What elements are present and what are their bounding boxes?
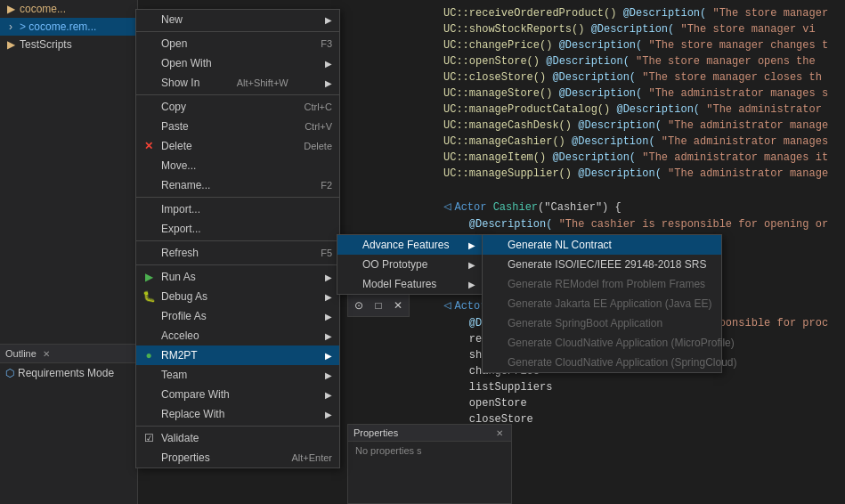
submenu-label-microprofile: Generate CloudNative Application (MicroP…	[508, 337, 735, 349]
requirements-icon: ⬡	[5, 367, 14, 379]
menu-item-compare-with[interactable]: Compare With ▶	[136, 385, 339, 404]
toolbar-button-1[interactable]: ⊙	[350, 297, 368, 314]
outline-item-requirements[interactable]: ⬡ Requirements Mode	[0, 363, 137, 383]
submenu-advance-jakarta: Generate Jakarta EE Application (Java EE…	[483, 294, 721, 313]
menu-item-new[interactable]: New ▶	[136, 10, 339, 29]
submenu-advance-springcloud: Generate CloudNative Application (Spring…	[483, 353, 721, 372]
toolbar-button-2[interactable]: □	[370, 297, 387, 314]
menu-item-replace-with[interactable]: Replace With ▶	[136, 404, 339, 424]
menu-label-refresh: Refresh	[161, 247, 199, 259]
menu-label-replace-with: Replace With	[161, 408, 224, 420]
submenu-rm2pt-model[interactable]: Model Features ▶	[337, 274, 483, 294]
open-shortcut: F3	[321, 38, 332, 49]
show-in-arrow: ▶	[325, 78, 332, 88]
menu-label-acceleo: Acceleo	[161, 329, 199, 342]
menu-label-open-with: Open With	[161, 57, 212, 69]
menu-label-rm2pt: RM2PT	[161, 349, 198, 362]
menu-item-team[interactable]: Team ▶	[136, 365, 339, 385]
rm2pt-icon: ●	[140, 349, 158, 362]
replace-with-arrow: ▶	[325, 410, 332, 419]
menu-label-debug-as: Debug As	[161, 290, 207, 303]
menu-item-import[interactable]: Import...	[136, 199, 339, 219]
menu-item-copy[interactable]: Copy Ctrl+C	[136, 97, 339, 117]
separator-3	[136, 197, 339, 198]
separator-2	[136, 94, 339, 95]
tree-item-cocome-rem[interactable]: › > cocome.rem...	[0, 18, 137, 36]
menu-label-paste: Paste	[161, 120, 189, 133]
menu-label-export: Export...	[161, 223, 201, 235]
outline-tab[interactable]: Outline ✕	[5, 347, 53, 360]
submenu-label-oo: OO Prototype	[362, 258, 427, 271]
submenu-advance-iso[interactable]: Generate ISO/IEC/IEEE 29148-2018 SRS	[483, 255, 721, 274]
menu-item-run-as[interactable]: ▶ Run As ▶	[136, 267, 339, 287]
rename-shortcut: F2	[321, 180, 332, 191]
submenu-label-model: Model Features	[362, 278, 436, 290]
submenu-advance-nl[interactable]: Generate NL Contract	[483, 235, 721, 255]
menu-item-properties[interactable]: Properties Alt+Enter	[136, 448, 339, 467]
submenu-label-springcloud: Generate CloudNative Application (Spring…	[508, 356, 736, 369]
profile-as-arrow: ▶	[325, 312, 332, 321]
refresh-shortcut: F5	[321, 248, 332, 258]
delete-shortcut: Delete	[304, 141, 332, 151]
menu-label-new: New	[161, 13, 183, 26]
separator-5	[136, 264, 339, 265]
menu-label-compare-with: Compare With	[161, 388, 230, 401]
model-arrow: ▶	[468, 280, 475, 289]
menu-label-move: Move...	[161, 159, 196, 172]
menu-label-rename: Rename...	[161, 179, 210, 191]
properties-close-button[interactable]: ✕	[493, 427, 506, 439]
menu-item-show-in[interactable]: Show In Alt+Shift+W ▶	[136, 73, 339, 93]
menu-item-paste[interactable]: Paste Ctrl+V	[136, 117, 339, 136]
menu-item-move[interactable]: Move...	[136, 156, 339, 175]
menu-item-rename[interactable]: Rename... F2	[136, 175, 339, 195]
submenu-label-iso: Generate ISO/IEC/IEEE 29148-2018 SRS	[508, 258, 706, 271]
outline-close-button[interactable]: ✕	[40, 347, 53, 360]
menu-item-rm2pt[interactable]: ● RM2PT ▶	[136, 345, 339, 365]
copy-shortcut: Ctrl+C	[305, 102, 332, 112]
properties-shortcut: Alt+Enter	[291, 452, 332, 463]
menu-label-properties: Properties	[161, 451, 210, 464]
submenu-advance-springboot: Generate SpringBoot Application	[483, 313, 721, 333]
submenu-rm2pt-oo[interactable]: OO Prototype ▶	[337, 255, 483, 274]
editor-toolbar: ⊙ □ ✕	[347, 294, 410, 317]
toolbar-button-3[interactable]: ✕	[389, 297, 407, 314]
properties-panel: Properties ✕ No properties s	[347, 424, 512, 504]
menu-label-open: Open	[161, 37, 187, 50]
menu-label-delete: Delete	[161, 140, 192, 152]
code-line: @Description( "The cashier is responsibl…	[443, 216, 838, 232]
tree-item-cocome[interactable]: ▶ cocome...	[0, 0, 137, 18]
code-line: UC::manageProductCatalog() @Description(…	[443, 102, 838, 118]
acceleo-arrow: ▶	[325, 331, 332, 341]
separator-4	[136, 240, 339, 241]
menu-item-acceleo[interactable]: Acceleo ▶	[136, 326, 339, 345]
paste-shortcut: Ctrl+V	[305, 121, 332, 132]
code-line: UC::openStore() @Description( "The store…	[443, 53, 838, 69]
code-line: UC::manageStore() @Description( "The adm…	[443, 85, 838, 102]
outline-header: Outline ✕	[0, 345, 137, 363]
outline-panel: Outline ✕ ⬡ Requirements Mode	[0, 344, 138, 504]
code-line: UC::receiveOrderedProduct() @Description…	[443, 5, 838, 21]
menu-item-refresh[interactable]: Refresh F5	[136, 243, 339, 263]
code-line: ◁ Actor Cashier("Cashier") {	[443, 198, 838, 216]
menu-item-open[interactable]: Open F3	[136, 34, 339, 53]
tree-item-testscripts[interactable]: ▶ TestScripts	[0, 36, 137, 53]
submenu-label-jakarta: Generate Jakarta EE Application (Java EE…	[508, 297, 711, 310]
menu-item-profile-as[interactable]: Profile As ▶	[136, 306, 339, 326]
folder-icon: ▶	[4, 2, 18, 16]
menu-item-debug-as[interactable]: 🐛 Debug As ▶	[136, 287, 339, 306]
submenu-rm2pt: Advance Features ▶ OO Prototype ▶ Model …	[337, 234, 483, 295]
submenu-advance: Generate NL Contract Generate ISO/IEC/IE…	[482, 234, 722, 373]
menu-item-open-with[interactable]: Open With ▶	[136, 53, 339, 73]
menu-item-delete[interactable]: ✕ Delete Delete	[136, 136, 339, 156]
menu-label-profile-as: Profile As	[161, 310, 207, 322]
code-line: listSuppliers	[443, 379, 838, 395]
menu-label-import: Import...	[161, 203, 200, 215]
menu-item-export[interactable]: Export...	[136, 219, 339, 239]
submenu-label-springboot: Generate SpringBoot Application	[508, 317, 662, 329]
context-menu: New ▶ Open F3 Open With ▶ Show In Alt+Sh…	[135, 9, 340, 468]
menu-label-validate: Validate	[161, 432, 199, 444]
menu-label-copy: Copy	[161, 101, 186, 113]
menu-item-validate[interactable]: ☑ Validate	[136, 428, 339, 448]
separator-6	[136, 426, 339, 427]
submenu-rm2pt-advance[interactable]: Advance Features ▶	[337, 235, 483, 255]
